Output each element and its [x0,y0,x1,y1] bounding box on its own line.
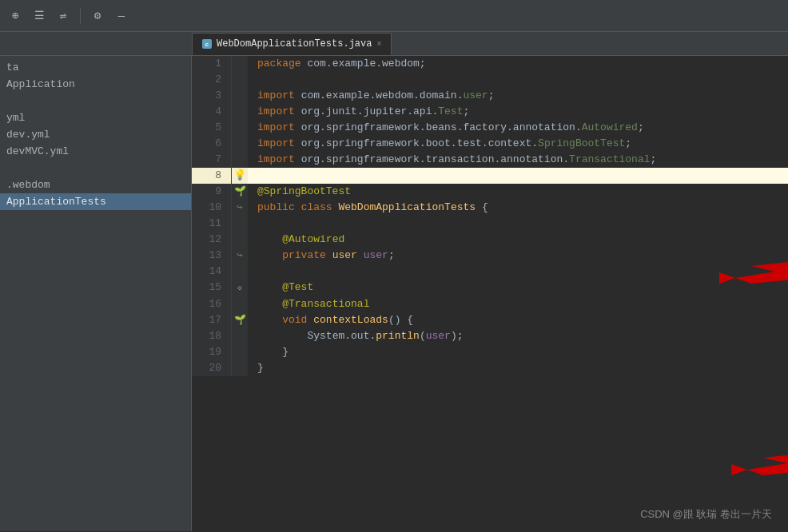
warning-icon: 💡 [233,169,246,181]
gutter-4 [232,104,248,120]
gutter-10: ↪ [232,200,248,216]
gutter-11 [232,216,248,232]
gutter-8: 💡 [232,168,248,184]
line-num-1: 1 [192,56,232,72]
line-num-5: 5 [192,120,232,136]
gutter-14 [232,264,248,280]
gutter-6 [232,136,248,152]
diff-icon[interactable]: ⇌ [54,7,72,25]
code-16: @Transactional [248,296,788,312]
main-layout: ta Application yml dev.yml devMVC.yml .w… [0,56,788,531]
sidebar: ta Application yml dev.yml devMVC.yml .w… [0,56,192,531]
code-17: void contextLoads() { [248,312,788,328]
line-num-3: 3 [192,88,232,104]
line-num-18: 18 [192,328,232,344]
expand-icon-13: ↪ [237,250,242,261]
line-num-6: 6 [192,136,232,152]
line-num-13: 13 [192,248,232,264]
code-19: } [248,344,788,360]
gutter-16 [232,296,248,312]
collapse-icon[interactable]: — [113,7,130,25]
sidebar-item-application[interactable]: Application [0,76,191,93]
gutter-7 [232,152,248,168]
watermark: CSDN @跟 耿瑞 卷出一片天 [640,507,772,522]
code-line-13: 13 ↪ private user user; [192,248,788,264]
toolbar-divider [80,8,81,24]
code-line-18: 18 System.out.println(user); [192,328,788,344]
sidebar-item-webdom[interactable]: .webdom [0,177,191,193]
sidebar-item-devmvc-yml[interactable]: devMVC.yml [0,143,191,160]
code-12: @Autowired [248,232,788,248]
line-num-2: 2 [192,72,232,88]
code-8 [248,168,788,184]
code-editor[interactable]: 1 package com.example.webdom; 2 3 import… [192,56,788,531]
svg-marker-3 [731,464,747,475]
tab-webdom-tests[interactable]: c WebDomApplicationTests.java × [192,33,392,55]
code-line-3: 3 import com.example.webdom.domain.user; [192,88,788,104]
code-14 [248,264,788,280]
line-num-10: 10 [192,200,232,216]
code-5: import org.springframework.beans.factory… [248,120,788,136]
code-2 [248,72,788,88]
code-7: import org.springframework.transaction.a… [248,152,788,168]
code-line-17: 17 🌱 void contextLoads() { [192,312,788,328]
refresh-icon[interactable]: ⊕ [6,7,24,25]
code-line-9: 9 🌱 @SpringBootTest [192,184,788,200]
settings-icon[interactable]: ⚙ [89,7,106,25]
line-num-15: 15 [192,280,232,296]
code-line-20: 20 } [192,360,788,376]
code-line-16: 16 @Transactional [192,296,788,312]
code-1: package com.example.webdom; [248,56,788,72]
gutter-18 [232,328,248,344]
toolbar: ⊕ ☰ ⇌ ⚙ — [0,0,788,32]
sort-icon[interactable]: ☰ [30,7,48,25]
line-num-8: 8 [192,168,232,184]
gutter-5 [232,120,248,136]
sidebar-item-empty2 [0,160,191,177]
gutter-20 [232,360,248,376]
code-line-11: 11 [192,216,788,232]
line-num-12: 12 [192,232,232,248]
gutter-13: ↪ [232,248,248,264]
line-num-4: 4 [192,104,232,120]
code-9: @SpringBootTest [248,184,788,200]
code-3: import com.example.webdom.domain.user; [248,88,788,104]
code-line-15: 15 ◇ @Test [192,280,788,296]
svg-marker-2 [747,447,788,475]
gutter-17: 🌱 [232,312,248,328]
code-line-6: 6 import org.springframework.boot.test.c… [192,136,788,152]
line-num-20: 20 [192,360,232,376]
line-num-16: 16 [192,296,232,312]
line-num-19: 19 [192,344,232,360]
line-num-11: 11 [192,216,232,232]
gutter-15: ◇ [232,280,248,296]
sidebar-item-yml[interactable]: yml [0,109,191,126]
code-line-14: 14 [192,264,788,280]
sidebar-item-ta[interactable]: ta [0,59,191,76]
tab-close-button[interactable]: × [376,40,381,49]
line-num-14: 14 [192,264,232,280]
sidebar-item-dev-yml[interactable]: dev.yml [0,126,191,143]
gutter-19 [232,344,248,360]
code-13: private user user; [248,248,788,264]
code-line-10: 10 ↪ public class WebDomApplicationTests… [192,200,788,216]
code-4: import org.junit.jupiter.api.Test; [248,104,788,120]
line-num-9: 9 [192,184,232,200]
code-line-1: 1 package com.example.webdom; [192,56,788,72]
code-line-2: 2 [192,72,788,88]
code-line-4: 4 import org.junit.jupiter.api.Test; [192,104,788,120]
code-line-7: 7 import org.springframework.transaction… [192,152,788,168]
sidebar-item-application-tests[interactable]: ApplicationTests [0,193,191,210]
gutter-12 [232,232,248,248]
code-line-8: 8 💡 [192,168,788,184]
java-file-icon: c [202,39,212,49]
code-15: @Test [248,280,788,296]
gutter-9: 🌱 [232,184,248,200]
gutter-1 [232,56,248,72]
code-line-5: 5 import org.springframework.beans.facto… [192,120,788,136]
expand-icon-10: ↪ [237,202,242,213]
code-line-19: 19 } [192,344,788,360]
code-11 [248,216,788,232]
code-6: import org.springframework.boot.test.con… [248,136,788,152]
code-line-12: 12 @Autowired [192,232,788,248]
